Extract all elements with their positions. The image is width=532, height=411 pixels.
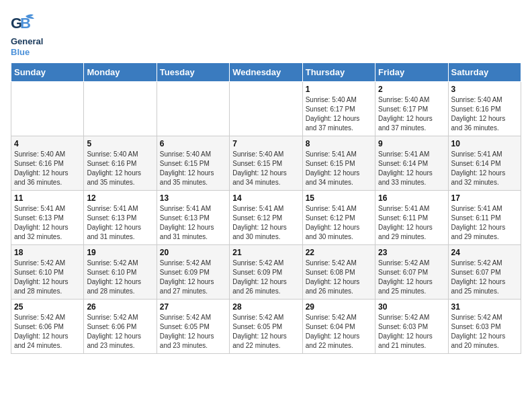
day-header-thursday: Thursday <box>302 63 375 82</box>
day-number: 28 <box>232 302 299 312</box>
day-number: 12 <box>87 193 153 203</box>
day-info: Sunrise: 5:40 AMSunset: 6:16 PMDaylight:… <box>14 150 81 187</box>
calendar-cell: 14Sunrise: 5:41 AMSunset: 6:12 PMDayligh… <box>230 191 302 245</box>
day-info: Sunrise: 5:41 AMSunset: 6:11 PMDaylight:… <box>378 204 445 242</box>
calendar-header-row: SundayMondayTuesdayWednesdayThursdayFrid… <box>11 63 521 82</box>
day-number: 21 <box>232 248 299 257</box>
day-number: 17 <box>451 193 518 203</box>
day-info: Sunrise: 5:42 AMSunset: 6:08 PMDaylight:… <box>306 259 372 296</box>
day-info: Sunrise: 5:41 AMSunset: 6:12 PMDaylight:… <box>306 204 372 242</box>
day-number: 25 <box>14 302 81 312</box>
day-number: 3 <box>451 85 518 94</box>
calendar-cell: 19Sunrise: 5:42 AMSunset: 6:10 PMDayligh… <box>84 245 157 300</box>
day-number: 23 <box>378 248 445 257</box>
day-info: Sunrise: 5:41 AMSunset: 6:14 PMDaylight:… <box>378 150 445 187</box>
day-number: 1 <box>306 85 372 94</box>
day-info: Sunrise: 5:42 AMSunset: 6:09 PMDaylight:… <box>232 259 299 296</box>
day-info: Sunrise: 5:42 AMSunset: 6:06 PMDaylight:… <box>87 313 153 351</box>
calendar-cell <box>84 82 157 136</box>
day-header-tuesday: Tuesday <box>157 63 229 82</box>
day-header-monday: Monday <box>84 63 157 82</box>
day-number: 8 <box>306 139 372 148</box>
day-number: 15 <box>306 193 372 203</box>
calendar-cell: 3Sunrise: 5:40 AMSunset: 6:16 PMDaylight… <box>448 82 521 136</box>
day-number: 4 <box>14 139 81 148</box>
day-info: Sunrise: 5:41 AMSunset: 6:14 PMDaylight:… <box>451 150 518 187</box>
calendar: SundayMondayTuesdayWednesdayThursdayFrid… <box>11 62 521 354</box>
day-info: Sunrise: 5:41 AMSunset: 6:15 PMDaylight:… <box>306 150 372 187</box>
calendar-cell: 28Sunrise: 5:42 AMSunset: 6:05 PMDayligh… <box>230 300 302 354</box>
day-number: 27 <box>160 302 226 312</box>
day-info: Sunrise: 5:42 AMSunset: 6:10 PMDaylight:… <box>14 259 81 296</box>
day-number: 16 <box>378 193 445 203</box>
day-info: Sunrise: 5:40 AMSunset: 6:15 PMDaylight:… <box>232 150 299 187</box>
day-info: Sunrise: 5:42 AMSunset: 6:07 PMDaylight:… <box>378 259 445 296</box>
day-number: 24 <box>451 248 518 257</box>
day-info: Sunrise: 5:42 AMSunset: 6:05 PMDaylight:… <box>232 313 299 351</box>
calendar-cell: 1Sunrise: 5:40 AMSunset: 6:17 PMDaylight… <box>302 82 375 136</box>
calendar-cell: 4Sunrise: 5:40 AMSunset: 6:16 PMDaylight… <box>11 136 84 191</box>
day-number: 6 <box>160 139 226 148</box>
day-number: 29 <box>306 302 372 312</box>
logo-text-general: General <box>11 36 43 46</box>
calendar-week-row: 1Sunrise: 5:40 AMSunset: 6:17 PMDaylight… <box>11 82 521 136</box>
calendar-week-row: 18Sunrise: 5:42 AMSunset: 6:10 PMDayligh… <box>11 245 521 300</box>
calendar-cell: 7Sunrise: 5:40 AMSunset: 6:15 PMDaylight… <box>230 136 302 191</box>
day-number: 14 <box>232 193 299 203</box>
calendar-cell <box>157 82 229 136</box>
day-number: 18 <box>14 248 81 257</box>
calendar-cell: 23Sunrise: 5:42 AMSunset: 6:07 PMDayligh… <box>375 245 448 300</box>
day-header-wednesday: Wednesday <box>230 63 302 82</box>
day-info: Sunrise: 5:42 AMSunset: 6:05 PMDaylight:… <box>160 313 226 351</box>
day-number: 31 <box>451 302 518 312</box>
calendar-cell: 6Sunrise: 5:40 AMSunset: 6:15 PMDaylight… <box>157 136 229 191</box>
day-number: 5 <box>87 139 153 148</box>
day-number: 19 <box>87 248 153 257</box>
calendar-cell: 17Sunrise: 5:41 AMSunset: 6:11 PMDayligh… <box>448 191 521 245</box>
day-info: Sunrise: 5:41 AMSunset: 6:13 PMDaylight:… <box>87 204 153 242</box>
calendar-cell: 13Sunrise: 5:41 AMSunset: 6:13 PMDayligh… <box>157 191 229 245</box>
day-number: 2 <box>378 85 445 94</box>
calendar-cell: 22Sunrise: 5:42 AMSunset: 6:08 PMDayligh… <box>302 245 375 300</box>
day-info: Sunrise: 5:41 AMSunset: 6:12 PMDaylight:… <box>232 204 299 242</box>
day-info: Sunrise: 5:42 AMSunset: 6:10 PMDaylight:… <box>87 259 153 296</box>
calendar-week-row: 4Sunrise: 5:40 AMSunset: 6:16 PMDaylight… <box>11 136 521 191</box>
day-number: 7 <box>232 139 299 148</box>
day-info: Sunrise: 5:42 AMSunset: 6:03 PMDaylight:… <box>378 313 445 351</box>
day-info: Sunrise: 5:40 AMSunset: 6:17 PMDaylight:… <box>306 95 372 133</box>
day-header-sunday: Sunday <box>11 63 84 82</box>
logo: G B General Blue <box>11 11 43 57</box>
day-number: 30 <box>378 302 445 312</box>
day-number: 20 <box>160 248 226 257</box>
day-info: Sunrise: 5:42 AMSunset: 6:03 PMDaylight:… <box>451 313 518 351</box>
calendar-cell: 11Sunrise: 5:41 AMSunset: 6:13 PMDayligh… <box>11 191 84 245</box>
calendar-cell: 15Sunrise: 5:41 AMSunset: 6:12 PMDayligh… <box>302 191 375 245</box>
calendar-cell: 5Sunrise: 5:40 AMSunset: 6:16 PMDaylight… <box>84 136 157 191</box>
calendar-week-row: 11Sunrise: 5:41 AMSunset: 6:13 PMDayligh… <box>11 191 521 245</box>
day-info: Sunrise: 5:40 AMSunset: 6:15 PMDaylight:… <box>160 150 226 187</box>
day-info: Sunrise: 5:42 AMSunset: 6:09 PMDaylight:… <box>160 259 226 296</box>
calendar-cell: 29Sunrise: 5:42 AMSunset: 6:04 PMDayligh… <box>302 300 375 354</box>
header: G B General Blue <box>11 11 521 57</box>
calendar-cell: 26Sunrise: 5:42 AMSunset: 6:06 PMDayligh… <box>84 300 157 354</box>
day-info: Sunrise: 5:42 AMSunset: 6:07 PMDaylight:… <box>451 259 518 296</box>
calendar-cell: 31Sunrise: 5:42 AMSunset: 6:03 PMDayligh… <box>448 300 521 354</box>
day-number: 9 <box>378 139 445 148</box>
calendar-week-row: 25Sunrise: 5:42 AMSunset: 6:06 PMDayligh… <box>11 300 521 354</box>
day-info: Sunrise: 5:41 AMSunset: 6:11 PMDaylight:… <box>451 204 518 242</box>
calendar-cell: 24Sunrise: 5:42 AMSunset: 6:07 PMDayligh… <box>448 245 521 300</box>
day-number: 10 <box>451 139 518 148</box>
calendar-cell: 12Sunrise: 5:41 AMSunset: 6:13 PMDayligh… <box>84 191 157 245</box>
day-number: 11 <box>14 193 81 203</box>
calendar-cell <box>230 82 302 136</box>
day-info: Sunrise: 5:40 AMSunset: 6:16 PMDaylight:… <box>451 95 518 133</box>
day-info: Sunrise: 5:40 AMSunset: 6:16 PMDaylight:… <box>87 150 153 187</box>
logo-icon: G B <box>11 11 35 35</box>
day-info: Sunrise: 5:40 AMSunset: 6:17 PMDaylight:… <box>378 95 445 133</box>
day-number: 13 <box>160 193 226 203</box>
day-info: Sunrise: 5:42 AMSunset: 6:06 PMDaylight:… <box>14 313 81 351</box>
day-info: Sunrise: 5:41 AMSunset: 6:13 PMDaylight:… <box>14 204 81 242</box>
calendar-cell: 10Sunrise: 5:41 AMSunset: 6:14 PMDayligh… <box>448 136 521 191</box>
calendar-cell: 25Sunrise: 5:42 AMSunset: 6:06 PMDayligh… <box>11 300 84 354</box>
calendar-cell: 20Sunrise: 5:42 AMSunset: 6:09 PMDayligh… <box>157 245 229 300</box>
